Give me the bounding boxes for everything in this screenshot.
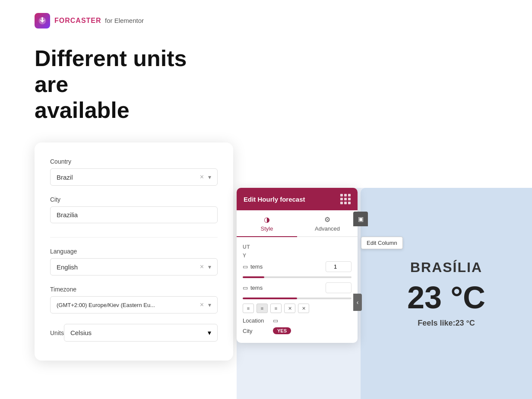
language-label: Language xyxy=(50,248,218,255)
desktop-items-input[interactable] xyxy=(326,261,352,272)
brand-suffix: for Elementor xyxy=(105,17,144,24)
align-right-icon[interactable]: ≡ xyxy=(270,304,282,313)
location-row: Location ▭ xyxy=(243,317,352,324)
location-label: Location xyxy=(243,317,273,324)
mobile-items-input[interactable] xyxy=(326,282,352,293)
city-input[interactable] xyxy=(50,206,218,223)
clear-language-icon[interactable]: × xyxy=(200,263,204,271)
chevron-timezone-icon[interactable]: ▾ xyxy=(208,301,211,308)
city-label: City xyxy=(50,196,218,203)
style-icon: ◑ xyxy=(264,215,270,224)
tab-style-label: Style xyxy=(261,225,273,232)
panel-body: ut y ▭ tems ▭ tems ≡ ≡ xyxy=(237,237,358,343)
logo-bar: FORCASTER for Elementor xyxy=(0,0,532,37)
toggle-yes[interactable]: YES xyxy=(273,327,291,334)
weather-city: BRASÍLIA xyxy=(410,260,482,276)
grid-icon[interactable] xyxy=(340,194,351,204)
units-value: Celsius xyxy=(70,329,208,336)
country-select[interactable]: Brazil × ▾ xyxy=(50,168,218,186)
side-panel: ▣ xyxy=(353,212,368,226)
language-select[interactable]: English × ▾ xyxy=(50,258,218,276)
units-label: Units xyxy=(50,329,64,336)
desktop-items-row: ▭ tems xyxy=(243,261,352,272)
country-label: Country xyxy=(50,158,218,165)
logo-icon xyxy=(35,13,50,28)
city-row: City YES xyxy=(243,327,352,334)
side-panel-btn-1[interactable]: ▣ xyxy=(353,212,368,226)
divider xyxy=(50,237,218,238)
clear-country-icon[interactable]: × xyxy=(200,173,204,181)
desktop-slider-fill xyxy=(243,276,264,278)
location-desktop-icon: ▭ xyxy=(273,317,278,324)
section-items: y xyxy=(243,253,352,259)
mobile-slider-fill xyxy=(243,298,297,299)
desktop-items-text: tems xyxy=(250,263,263,270)
city-row-label: City xyxy=(243,328,273,334)
align-icons: ≡ ≡ ≡ ✕ ✕ xyxy=(243,304,352,313)
panel-header: Edit Hourly forecast xyxy=(237,188,358,210)
mobile-slider[interactable] xyxy=(243,298,352,299)
tab-advanced[interactable]: ⚙ Advanced xyxy=(297,210,358,236)
timezone-value: (GMT+2:00) Europe/Kiev (Eastern Eu... xyxy=(57,302,200,308)
desktop-slider[interactable] xyxy=(243,276,352,278)
settings-card: Country Brazil × ▾ City Language English… xyxy=(35,142,233,361)
chevron-country-icon[interactable]: ▾ xyxy=(208,174,211,180)
country-value: Brazil xyxy=(57,174,200,181)
timezone-label: Timezone xyxy=(50,286,218,293)
brand-name: FORCASTER xyxy=(54,17,101,24)
city-toggle[interactable]: YES xyxy=(273,327,291,334)
side-panel-chevron[interactable]: ‹ xyxy=(353,294,362,311)
edit-column-button[interactable]: Edit Column xyxy=(361,237,403,249)
mobile-items-row: ▭ tems xyxy=(243,282,352,293)
chevron-language-icon[interactable]: ▾ xyxy=(208,263,211,270)
units-row: Units Celsius ▾ xyxy=(50,324,218,342)
advanced-icon: ⚙ xyxy=(324,215,330,224)
panel-tabs: ◑ Style ⚙ Advanced xyxy=(237,210,358,237)
chevron-units-icon[interactable]: ▾ xyxy=(208,329,211,337)
weather-preview: BRASÍLIA 23 °C Feels like:23 °C xyxy=(361,188,532,399)
panel-title: Edit Hourly forecast xyxy=(244,196,305,203)
mobile-items-label: ▭ tems xyxy=(243,285,263,291)
align-left-icon[interactable]: ≡ xyxy=(243,304,254,313)
edit-panel: Edit Hourly forecast ◑ Style ⚙ Advanced … xyxy=(237,188,358,343)
desktop-icon: ▭ xyxy=(243,263,248,270)
units-select[interactable]: Celsius ▾ xyxy=(64,324,218,342)
clear-timezone-icon[interactable]: × xyxy=(200,301,204,309)
align-distribute-icon[interactable]: ✕ xyxy=(298,304,309,313)
mobile-items-text: tems xyxy=(250,285,263,291)
tab-advanced-label: Advanced xyxy=(315,225,340,232)
tab-style[interactable]: ◑ Style xyxy=(237,210,297,237)
align-justify-icon[interactable]: ✕ xyxy=(284,304,295,313)
main-heading: Different units are available xyxy=(0,37,250,140)
heading-line2: available xyxy=(35,98,216,124)
timezone-select[interactable]: (GMT+2:00) Europe/Kiev (Eastern Eu... × … xyxy=(50,296,218,314)
align-center-icon[interactable]: ≡ xyxy=(256,304,268,313)
weather-temp: 23 °C xyxy=(407,280,485,315)
mobile-icon: ▭ xyxy=(243,285,248,291)
desktop-items-label: ▭ tems xyxy=(243,263,263,270)
language-value: English xyxy=(57,263,200,271)
weather-feels: Feels like:23 °C xyxy=(418,319,475,328)
section-content: ut xyxy=(243,244,352,250)
heading-line1: Different units are xyxy=(35,46,216,98)
